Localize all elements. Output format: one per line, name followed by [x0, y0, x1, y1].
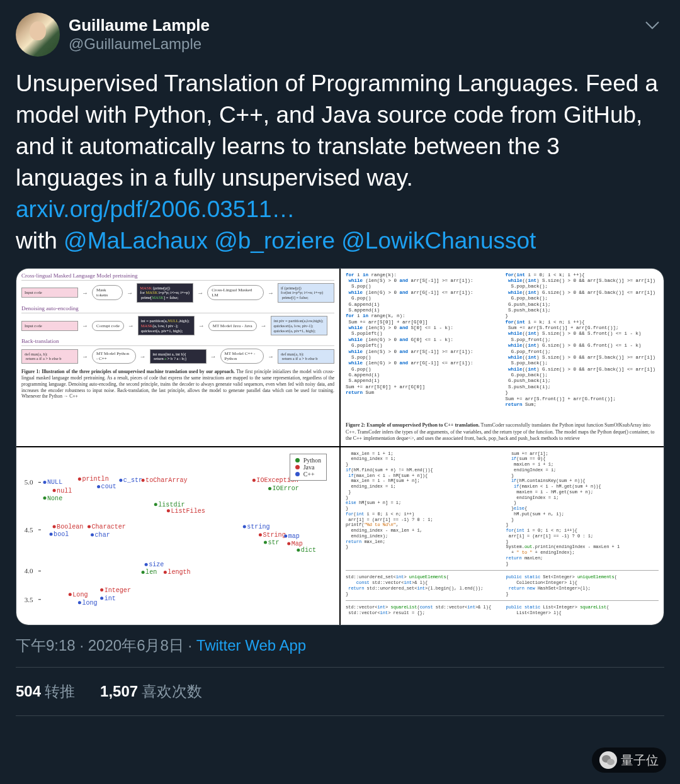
svg-point-20 [142, 478, 145, 481]
media-image-2[interactable]: for i in range(k): while (len(S) > 0 and… [341, 269, 664, 446]
svg-text:NULL: NULL [47, 479, 62, 486]
svg-point-54 [164, 571, 167, 574]
svg-text:Character: Character [92, 524, 126, 530]
svg-text:4.5: 4.5 [25, 526, 33, 534]
svg-point-10 [53, 489, 56, 492]
svg-text:dict: dict [301, 547, 316, 554]
more-menu-button[interactable] [640, 13, 664, 37]
diagram-box: def max(a, b): return a if a > b else b [21, 349, 78, 364]
svg-text:toCharArray: toCharArray [145, 477, 187, 484]
code-snip-cpp2: std::vector<int> squareList(const std::v… [346, 605, 499, 616]
with-label: with [16, 228, 64, 254]
diagram-box: Input code [21, 321, 78, 331]
svg-point-22 [154, 503, 157, 506]
svg-point-24 [167, 509, 170, 512]
svg-text:String: String [263, 532, 285, 539]
diagram-box: int = partition(a,NULL,high);MASK(a, low… [138, 316, 195, 335]
diagram-box: def max(a, b): return a if a > b else b [278, 349, 334, 364]
svg-point-12 [43, 496, 46, 500]
svg-text:null: null [57, 487, 72, 494]
svg-text:IOError: IOError [273, 485, 299, 492]
watermark-label: 量子位 [621, 752, 659, 769]
diagram-oval: Corrupt code [92, 321, 124, 331]
tweet-link[interactable]: arxiv.org/pdf/2006.03511… [16, 196, 295, 222]
tweet-source[interactable]: Twitter Web App [196, 637, 306, 654]
mention-3[interactable]: @LowikChanussot [341, 228, 536, 254]
svg-point-32 [50, 532, 53, 535]
tweet-time[interactable]: 下午9:18 [16, 637, 76, 654]
diagram-oval: MT Model Python - C++ [92, 349, 136, 364]
tweet-text: Unsupervised Translation of Programming … [16, 68, 664, 257]
svg-text:char: char [95, 532, 110, 539]
svg-text:long: long [82, 599, 97, 606]
diagram-oval: Mask tokens [92, 285, 123, 300]
chart-legend: Python Java C++ [290, 454, 327, 481]
likes-stat[interactable]: 1,507喜欢次数 [100, 681, 202, 702]
mention-1[interactable]: @MaLachaux [64, 228, 208, 254]
tweet-header: Guillaume Lample @GuillaumeLample [16, 13, 664, 57]
svg-point-34 [88, 525, 91, 528]
media-image-4[interactable]: max_len = i + 1; ending_index = i;} if(h… [341, 447, 664, 625]
user-info: Guillaume Lample @GuillaumeLample [69, 16, 210, 53]
svg-text:Long: Long [72, 591, 88, 598]
svg-point-56 [69, 593, 72, 596]
svg-point-44 [284, 534, 287, 537]
svg-point-36 [91, 533, 94, 536]
diagram-section-title: Back-translation [21, 338, 334, 346]
svg-point-16 [97, 485, 100, 488]
avatar[interactable] [16, 13, 60, 57]
svg-text:int: int [105, 595, 116, 602]
code-col-java: sum += arr[i]; if(sum == 0){ maxLen = i … [506, 451, 659, 567]
svg-point-48 [297, 548, 300, 551]
svg-point-50 [145, 563, 148, 566]
svg-point-38 [243, 525, 246, 528]
figure-caption: Figure 2: Example of unsupervised Python… [346, 422, 659, 442]
diagram-oval: Cross-Lingual Masked LM [207, 285, 264, 300]
diagram-box: MASK (prime[p])for MASK i=p*p; i<=n; i+=… [137, 283, 193, 303]
diagram-box: int max(int a, int b){ return a > b ? a … [150, 349, 207, 364]
svg-text:5.0: 5.0 [25, 478, 33, 486]
diagram-oval: MT Model Java - Java [208, 321, 257, 331]
svg-point-58 [78, 601, 81, 604]
mention-2[interactable]: @b_roziere [214, 228, 335, 254]
diagram-box: int piv = partition(a,low,high);quicksor… [271, 316, 327, 335]
diagram-section-title: Denoising auto-encoding [21, 305, 334, 313]
svg-point-18 [119, 478, 122, 481]
svg-point-60 [100, 588, 103, 591]
svg-point-8 [43, 481, 46, 484]
diagram-section-title: Cross-lingual Masked Language Model pret… [21, 272, 334, 281]
display-name[interactable]: Guillaume Lample [69, 16, 210, 35]
svg-point-62 [100, 596, 103, 600]
svg-point-28 [268, 487, 271, 490]
svg-point-30 [53, 525, 56, 528]
svg-text:bool: bool [54, 531, 69, 538]
media-grid[interactable]: Cross-lingual Masked Language Model pret… [16, 268, 664, 625]
svg-point-26 [252, 478, 256, 481]
user-handle[interactable]: @GuillaumeLample [69, 35, 210, 53]
media-image-1[interactable]: Cross-lingual Masked Language Model pret… [16, 269, 339, 446]
svg-point-42 [264, 540, 267, 544]
code-col-cpp2: max_len = i + 1; ending_index = i;} if(h… [346, 451, 499, 567]
tweet: Guillaume Lample @GuillaumeLample Unsupe… [0, 0, 680, 729]
tweet-body: Unsupervised Translation of Programming … [16, 70, 658, 191]
svg-text:len: len [145, 569, 157, 576]
svg-text:None: None [47, 495, 62, 501]
svg-point-46 [287, 542, 290, 545]
user-row[interactable]: Guillaume Lample @GuillaumeLample [16, 13, 210, 57]
code-col-python: for i in range(k): while (len(S) > 0 and… [346, 272, 499, 413]
code-snip-cpp: std::unordered_set<int> uniqueElements( … [346, 574, 499, 596]
svg-text:str: str [268, 539, 280, 546]
retweets-stat[interactable]: 504转推 [16, 681, 75, 702]
svg-text:length: length [167, 569, 190, 576]
svg-point-40 [259, 533, 262, 536]
code-snip-java: public static Set<Integer> uniqueElement… [506, 574, 659, 596]
svg-text:map: map [288, 533, 300, 540]
media-image-3[interactable]: 5.0 4.5 4.0 3.5 NULLnullNoneprintlncoutc… [16, 447, 339, 625]
svg-text:println: println [82, 476, 108, 483]
diagram-box: if (prime[p])for(int i=p*p; i<=n; i+=p) … [278, 283, 334, 303]
code-col-cpp: for(int i = 0; i < k; i ++){ while((int)… [506, 272, 659, 413]
svg-text:3.5: 3.5 [25, 595, 33, 603]
wechat-icon [599, 751, 617, 769]
svg-text:cout: cout [101, 483, 116, 490]
tweet-date[interactable]: 2020年6月8日 [88, 637, 184, 654]
